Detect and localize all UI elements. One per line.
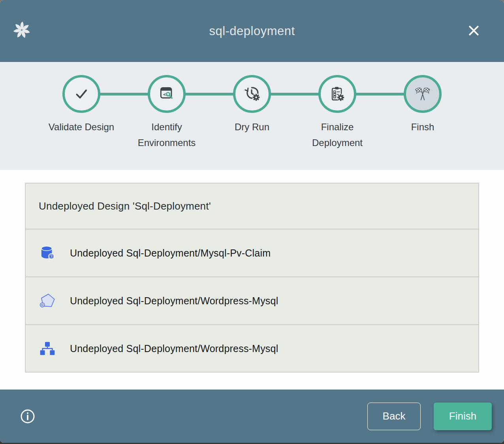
step-label: Dry Run bbox=[235, 119, 269, 135]
result-row: Undeployed Sql-Deployment/Wordpress-Mysq… bbox=[26, 324, 478, 372]
stepper-step: Finalize Deployment bbox=[295, 75, 380, 151]
step-circle bbox=[318, 75, 356, 113]
result-row-text: Undeployed Sql-Deployment/Wordpress-Mysq… bbox=[70, 343, 278, 354]
info-icon bbox=[20, 420, 36, 425]
step-label: Finalize Deployment bbox=[295, 119, 380, 151]
step-circle bbox=[233, 75, 271, 113]
step-label: Identify Environments bbox=[124, 119, 209, 151]
step-circle bbox=[404, 75, 442, 113]
back-button[interactable]: Back bbox=[367, 403, 421, 430]
svg-text:?: ? bbox=[50, 255, 52, 259]
stepper-step: Dry Run bbox=[209, 75, 295, 151]
service-pentagon-icon bbox=[39, 292, 56, 309]
result-row: Undeployed Design 'Sql-Deployment' bbox=[26, 184, 478, 229]
deployment-hierarchy-icon bbox=[39, 340, 56, 357]
clipboard-gear-icon bbox=[329, 85, 346, 103]
close-icon bbox=[466, 33, 481, 39]
code-wrench-icon: <> bbox=[158, 85, 175, 103]
result-row: Undeployed Sql-Deployment/Wordpress-Mysq… bbox=[26, 276, 478, 324]
results-list: Undeployed Design 'Sql-Deployment' ? Und… bbox=[25, 183, 479, 373]
stepper-step: <> Identify Environments bbox=[124, 75, 209, 151]
step-label: Finsh bbox=[411, 119, 434, 135]
deployment-wizard-modal: sql-deployment Validate Design <> Identi… bbox=[0, 0, 504, 443]
check-icon bbox=[72, 85, 90, 103]
step-label: Validate Design bbox=[49, 119, 114, 135]
result-row: ? Undeployed Sql-Deployment/Mysql-Pv-Cla… bbox=[26, 229, 478, 276]
finish-button[interactable]: Finish bbox=[434, 403, 492, 430]
meshery-logo-icon bbox=[12, 21, 31, 39]
dry-run-sync-icon bbox=[243, 85, 261, 103]
checkered-flags-icon bbox=[414, 85, 432, 103]
info-button[interactable] bbox=[20, 408, 36, 424]
stepper: Validate Design <> Identify Environments… bbox=[0, 62, 504, 170]
step-circle bbox=[62, 75, 100, 113]
modal-header: sql-deployment bbox=[0, 0, 504, 62]
stepper-step: Finsh bbox=[380, 75, 465, 151]
result-row-text: Undeployed Design 'Sql-Deployment' bbox=[39, 200, 211, 212]
modal-title: sql-deployment bbox=[0, 24, 504, 38]
modal-footer: Back Finish bbox=[0, 390, 504, 443]
result-row-text: Undeployed Sql-Deployment/Mysql-Pv-Claim bbox=[70, 247, 271, 259]
stepper-step: Validate Design bbox=[39, 75, 124, 151]
database-question-icon: ? bbox=[39, 244, 56, 262]
results-panel: Undeployed Design 'Sql-Deployment' ? Und… bbox=[0, 170, 504, 390]
step-circle: <> bbox=[148, 75, 186, 113]
result-row-text: Undeployed Sql-Deployment/Wordpress-Mysq… bbox=[70, 295, 278, 307]
close-button[interactable] bbox=[466, 23, 481, 38]
